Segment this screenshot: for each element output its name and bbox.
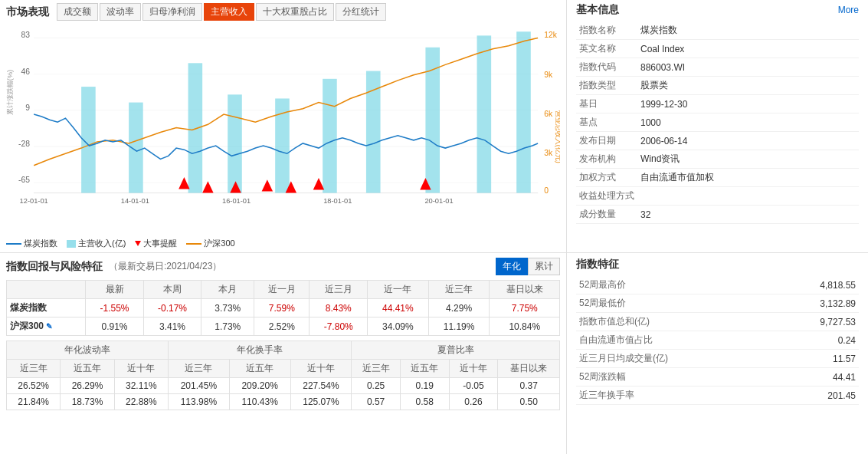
- feature-value-freecap: 0.24: [772, 331, 859, 350]
- info-label-pubdate: 发布日期: [576, 132, 637, 150]
- th-empty: [7, 281, 86, 299]
- info-label-type: 指数类型: [576, 77, 637, 95]
- feature-value-avgvol: 11.57: [772, 350, 859, 368]
- sub-sbase-hs: 0.50: [498, 394, 560, 410]
- info-value-code: 886003.WI: [637, 58, 859, 77]
- edit-icon[interactable]: ✎: [46, 322, 52, 331]
- sub-th-v5y: 近五年: [61, 360, 114, 378]
- toggle-group: 年化 累计: [496, 258, 560, 275]
- info-value-type: 股票类: [637, 77, 859, 95]
- row-coal: 煤炭指数 -1.55% -0.17% 3.73% 7.59% 8.43% 44.…: [7, 299, 560, 317]
- info-row-count: 成分数量 32: [576, 206, 859, 224]
- tab-chengjiao[interactable]: 成交额: [57, 3, 98, 21]
- row-hs300-v2: 1.73%: [201, 317, 254, 336]
- sub-th-t5y: 近五年: [229, 360, 290, 378]
- legend-label-revenue: 主营收入(亿): [78, 238, 126, 249]
- sub-t10y-coal: 227.54%: [290, 378, 352, 394]
- svg-marker-36: [262, 179, 273, 191]
- tab-guimu[interactable]: 归母净利润: [142, 3, 202, 21]
- toggle-annualized[interactable]: 年化: [496, 258, 528, 275]
- info-value-yield: [637, 187, 859, 206]
- feature-row-low: 52周最低价 3,132.89: [576, 294, 859, 313]
- more-link[interactable]: More: [838, 5, 859, 15]
- row-coal-v1: -0.17%: [143, 299, 201, 317]
- toggle-cumulative[interactable]: 累计: [528, 258, 560, 275]
- sub-s3y-coal: 0.25: [352, 378, 401, 394]
- svg-text:14-01-01: 14-01-01: [121, 197, 149, 205]
- sub-th-t3y: 近三年: [168, 360, 229, 378]
- feature-label-52wchg: 52周涨跌幅: [576, 368, 772, 387]
- sub-th-sbase: 基日以来: [498, 360, 560, 378]
- tab-fenhong[interactable]: 分红统计: [336, 3, 386, 21]
- info-row-baseday: 基日 1999-12-30: [576, 95, 859, 114]
- svg-rect-26: [228, 94, 242, 192]
- row-hs300-v0: 0.91%: [86, 317, 143, 336]
- row-coal-label: 煤炭指数: [7, 299, 86, 317]
- svg-text:12k: 12k: [544, 31, 557, 39]
- svg-text:累计涨跌幅(%): 累计涨跌幅(%): [6, 70, 14, 115]
- return-main-table: 最新 本周 本月 近一月 近三月 近一年 近三年 基日以来 煤炭指数 -1.55…: [6, 280, 560, 336]
- sub-t3y-hs: 113.98%: [168, 394, 229, 410]
- feature-label-turnover: 近三年换手率: [576, 387, 772, 405]
- feature-label-low: 52周最低价: [576, 294, 772, 313]
- svg-marker-38: [313, 178, 324, 189]
- sub-v5y-hs: 18.73%: [61, 394, 114, 410]
- tab-zhuyingshouru[interactable]: 主营收入: [204, 3, 254, 21]
- info-label-basepoint: 基点: [576, 114, 637, 132]
- sub-v3y-hs: 21.84%: [7, 394, 61, 410]
- svg-text:20-01-01: 20-01-01: [424, 197, 453, 205]
- legend-dashiti: 大事提醒: [135, 238, 177, 249]
- sub-th-t10y: 近十年: [290, 360, 352, 378]
- tab-bodong[interactable]: 波动率: [100, 3, 141, 21]
- info-label-weight: 加权方式: [576, 169, 637, 187]
- info-row-yield: 收益处理方式: [576, 187, 859, 206]
- sub-t3y-coal: 201.45%: [168, 378, 229, 394]
- row-hs300-v1: 3.41%: [143, 317, 201, 336]
- sub-th-turnover: 年化换手率: [168, 341, 351, 360]
- svg-rect-31: [477, 35, 492, 192]
- info-value-pubdate: 2006-06-14: [637, 132, 859, 150]
- svg-text:-28: -28: [18, 140, 30, 148]
- svg-text:3k: 3k: [544, 149, 553, 157]
- feature-row-turnover: 近三年换手率 201.45: [576, 387, 859, 405]
- legend-label-coal: 煤炭指数: [24, 238, 57, 249]
- th-latest: 最新: [86, 281, 143, 299]
- th-base: 基日以来: [490, 281, 560, 299]
- info-row-pubdate: 发布日期 2006-06-14: [576, 132, 859, 150]
- info-label-code: 指数代码: [576, 58, 637, 77]
- info-table: 指数名称 煤炭指数 英文名称 Coal Index 指数代码 886003.WI…: [576, 21, 859, 224]
- sub-t10y-hs: 125.07%: [290, 394, 352, 410]
- sub-row-coal: 26.52% 26.29% 32.11% 201.45% 209.20% 227…: [7, 378, 560, 394]
- svg-text:9: 9: [25, 104, 30, 112]
- sub-table: 年化波动率 年化换手率 夏普比率 近三年 近五年 近十年 近三年 近五年 近十年…: [6, 340, 560, 410]
- info-value-baseday: 1999-12-30: [637, 95, 859, 114]
- feature-row-freecap: 自由流通市值占比 0.24: [576, 331, 859, 350]
- sub-th-v3y: 近三年: [7, 360, 61, 378]
- feature-table: 52周最高价 4,818.55 52周最低价 3,132.89 指数市值总和(亿…: [576, 276, 859, 405]
- info-value-count: 32: [637, 206, 859, 224]
- feature-row-avgvol: 近三月日均成交量(亿) 11.57: [576, 350, 859, 368]
- legend-zhuyingshouru: 主营收入(亿): [67, 238, 126, 249]
- info-row-code: 指数代码 886003.WI: [576, 58, 859, 77]
- market-panel-title: 市场表现: [6, 5, 49, 19]
- row-hs300-v4: -7.80%: [310, 317, 367, 336]
- tab-shida[interactable]: 十大权重股占比: [256, 3, 334, 21]
- sub-th-volatility: 年化波动率: [7, 341, 169, 360]
- svg-text:18-01-01: 18-01-01: [323, 197, 352, 205]
- sub-s3y-hs: 0.57: [352, 394, 401, 410]
- row-coal-v4: 8.43%: [310, 299, 367, 317]
- feature-panel-title: 指数特征: [576, 258, 859, 271]
- feature-value-cap: 9,727.53: [772, 313, 859, 331]
- row-coal-v5: 44.41%: [367, 299, 428, 317]
- info-label-count: 成分数量: [576, 206, 637, 224]
- svg-text:6k: 6k: [544, 110, 553, 118]
- svg-text:9k: 9k: [544, 71, 553, 79]
- info-row-engname: 英文名称 Coal Index: [576, 40, 859, 58]
- th-month: 本月: [201, 281, 254, 299]
- sub-v5y-coal: 26.29%: [61, 378, 114, 394]
- svg-text:16-01-01: 16-01-01: [222, 197, 251, 205]
- sub-s5y-hs: 0.58: [400, 394, 449, 410]
- info-row-basepoint: 基点 1000: [576, 114, 859, 132]
- market-tab-bar: 成交额 波动率 归母净利润 主营收入 十大权重股占比 分红统计: [57, 3, 386, 21]
- row-coal-v3: 7.59%: [254, 299, 310, 317]
